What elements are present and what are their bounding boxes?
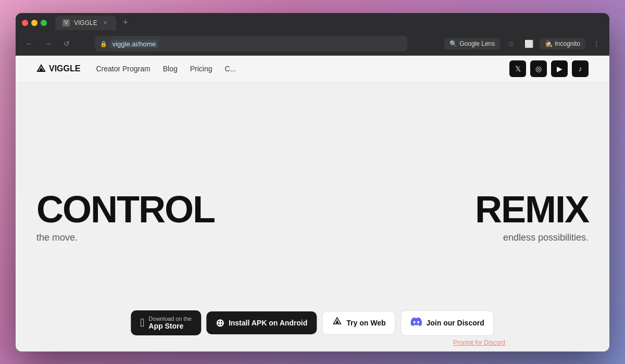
x-twitter-icon[interactable]: 𝕏 <box>509 60 526 77</box>
app-store-button[interactable]:  Download on the App Store <box>131 310 201 335</box>
hero-left-sub: the move. <box>36 232 78 243</box>
close-button[interactable] <box>22 20 28 26</box>
url-text: viggle.ai/home <box>110 40 158 48</box>
main-area: CONTROL the move. <box>16 83 609 352</box>
logo-text: VIGGLE <box>49 64 80 73</box>
traffic-lights <box>22 20 47 26</box>
try-on-web-button[interactable]: Try on Web <box>322 311 395 335</box>
tiktok-icon[interactable]: ♪ <box>572 60 589 77</box>
install-apk-label: Install APK on Android <box>229 319 307 327</box>
site-nav: VIGGLE Creator Program Blog Pricing C...… <box>16 56 609 83</box>
tab-favicon: V <box>63 19 70 27</box>
location-icon: 🔒 <box>100 41 107 47</box>
discord-prompt-link[interactable]: Prompt for Discord <box>453 339 505 346</box>
google-lens-label: Google Lens <box>459 40 495 47</box>
hero-right-sub: endless possibilities. <box>503 232 589 243</box>
browser-tab[interactable]: V VIGGLE ✕ <box>55 16 116 30</box>
join-discord-button[interactable]: Join our Discord <box>401 310 494 336</box>
url-bar[interactable]: 🔒 viggle.ai/home <box>95 36 407 52</box>
site-logo[interactable]: VIGGLE <box>36 64 80 73</box>
nav-creator-program[interactable]: Creator Program <box>96 65 150 73</box>
cta-buttons-row:  Download on the App Store ⊕ Install AP… <box>131 310 494 336</box>
bookmark-icon[interactable]: ☆ <box>504 37 518 51</box>
forward-button[interactable]: → <box>41 36 55 51</box>
hero-left-word: CONTROL <box>36 191 215 228</box>
minimize-button[interactable] <box>31 20 38 26</box>
android-icon: ⊕ <box>216 317 224 329</box>
url-bar-row: ← → ↺ 🔒 viggle.ai/home 🔍 Google Lens ☆ ⬜… <box>16 33 609 56</box>
google-lens-button[interactable]: 🔍 Google Lens <box>444 38 500 49</box>
menu-icon[interactable]: ⋮ <box>590 37 603 51</box>
social-icons: 𝕏 ◎ ▶ ♪ <box>509 60 589 77</box>
google-lens-icon: 🔍 <box>449 40 457 47</box>
url-right-icons: 🔍 Google Lens ☆ ⬜ 🕵 Incognito ⋮ <box>444 37 603 51</box>
install-apk-button[interactable]: ⊕ Install APK on Android <box>206 311 317 334</box>
title-bar: V VIGGLE ✕ + <box>16 13 609 33</box>
browser-window: V VIGGLE ✕ + ← → ↺ 🔒 viggle.ai/home 🔍 Go… <box>16 13 609 352</box>
incognito-label: Incognito <box>555 40 580 47</box>
viggle-web-icon <box>332 317 342 329</box>
join-discord-label: Join our Discord <box>426 319 484 327</box>
app-store-sub: Download on the <box>148 316 192 322</box>
instagram-icon[interactable]: ◎ <box>530 60 547 77</box>
viggle-logo-icon <box>36 64 46 73</box>
apple-icon:  <box>140 316 144 330</box>
tab-title: VIGGLE <box>74 19 97 27</box>
nav-more[interactable]: C... <box>225 65 236 73</box>
nav-links: Creator Program Blog Pricing C... <box>96 65 236 73</box>
nav-blog[interactable]: Blog <box>163 65 178 73</box>
app-store-main: App Store <box>148 322 183 330</box>
refresh-button[interactable]: ↺ <box>59 36 74 51</box>
back-button[interactable]: ← <box>22 36 36 51</box>
nav-pricing[interactable]: Pricing <box>190 65 213 73</box>
tab-close-icon[interactable]: ✕ <box>102 19 109 27</box>
app-store-text: Download on the App Store <box>148 316 192 330</box>
extension-icon[interactable]: ⬜ <box>522 37 535 51</box>
discord-icon <box>410 316 422 330</box>
tab-bar: V VIGGLE ✕ + <box>55 16 133 30</box>
new-tab-button[interactable]: + <box>118 16 133 30</box>
maximize-button[interactable] <box>41 20 47 26</box>
incognito-icon: 🕵 <box>545 40 553 47</box>
incognito-button[interactable]: 🕵 Incognito <box>540 38 585 49</box>
hero-right-word: REMIX <box>475 191 589 228</box>
try-on-web-label: Try on Web <box>346 319 385 327</box>
page-content: VIGGLE Creator Program Blog Pricing C...… <box>16 56 609 352</box>
youtube-icon[interactable]: ▶ <box>551 60 568 77</box>
